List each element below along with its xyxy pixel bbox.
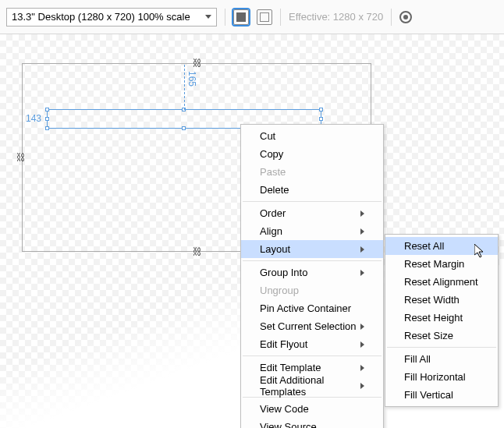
menu-delete[interactable]: Delete [241,181,383,199]
menu-set-selection[interactable]: Set Current Selection [241,317,383,335]
layout-submenu: Reset All Reset Margin Reset Alignment R… [385,234,499,407]
resize-handle[interactable] [319,108,323,111]
toolbar: 13.3" Desktop (1280 x 720) 100% scale Ef… [0,0,504,34]
resize-handle[interactable] [45,108,49,111]
arrow-right-icon [360,210,364,217]
resize-handle[interactable] [45,117,49,121]
fill-mode-button[interactable] [233,9,249,25]
submenu-fill-horizontal[interactable]: Fill Horizontal [385,368,498,386]
submenu-fill-all[interactable]: Fill All [385,350,498,368]
arrow-right-icon [360,383,364,389]
menu-align[interactable]: Align [241,222,383,240]
submenu-fill-vertical[interactable]: Fill Vertical [385,386,498,404]
menu-order[interactable]: Order [241,204,383,222]
context-menu: Cut Copy Paste Delete Order Align Layout… [240,124,384,428]
arrow-right-icon [360,270,364,276]
resize-handle[interactable] [45,126,49,130]
guide-h-label: 143 [26,113,41,124]
chevron-down-icon [205,15,211,19]
resolution-combobox[interactable]: 13.3" Desktop (1280 x 720) 100% scale [6,8,217,27]
menu-cut[interactable]: Cut [241,127,383,145]
outline-mode-button[interactable] [257,9,272,25]
arrow-right-icon [360,341,364,348]
menu-pin-container[interactable]: Pin Active Container [241,299,383,317]
separator [243,201,382,202]
chain-icon: ⛓ [193,246,201,257]
separator [387,347,496,348]
menu-view-code[interactable]: View Code [241,400,383,418]
menu-view-source[interactable]: View Source [241,418,383,428]
guide-line [184,65,185,110]
resize-handle[interactable] [182,126,186,130]
chain-icon: ⛓ [193,58,201,69]
menu-edit-flyout[interactable]: Edit Flyout [241,335,383,353]
submenu-reset-alignment[interactable]: Reset Alignment [385,273,498,291]
submenu-reset-height[interactable]: Reset Height [385,309,498,327]
menu-ungroup: Ungroup [241,281,383,299]
separator [243,260,382,261]
menu-layout[interactable]: Layout [241,240,383,258]
divider [225,9,225,26]
menu-copy[interactable]: Copy [241,145,383,163]
gear-icon[interactable] [399,11,412,23]
menu-paste: Paste [241,163,383,181]
submenu-reset-width[interactable]: Reset Width [385,291,498,309]
arrow-right-icon [360,228,364,235]
submenu-reset-size[interactable]: Reset Size [385,327,498,345]
submenu-reset-margin[interactable]: Reset Margin [385,255,498,273]
guide-v-label: 165 [186,71,197,87]
divider [280,9,281,26]
arrow-right-icon [360,324,364,330]
divider [391,9,392,26]
separator [243,355,382,356]
menu-additional-templates[interactable]: Edit Additional Templates [241,377,383,394]
resolution-value: 13.3" Desktop (1280 x 720) 100% scale [12,11,190,23]
resize-handle[interactable] [319,117,323,121]
arrow-right-icon [360,365,364,371]
effective-label: Effective: 1280 x 720 [289,11,383,23]
submenu-reset-all[interactable]: Reset All [385,237,498,255]
arrow-right-icon [360,246,364,253]
chain-icon: ⛓ [16,152,24,163]
menu-group-into[interactable]: Group Into [241,264,383,281]
